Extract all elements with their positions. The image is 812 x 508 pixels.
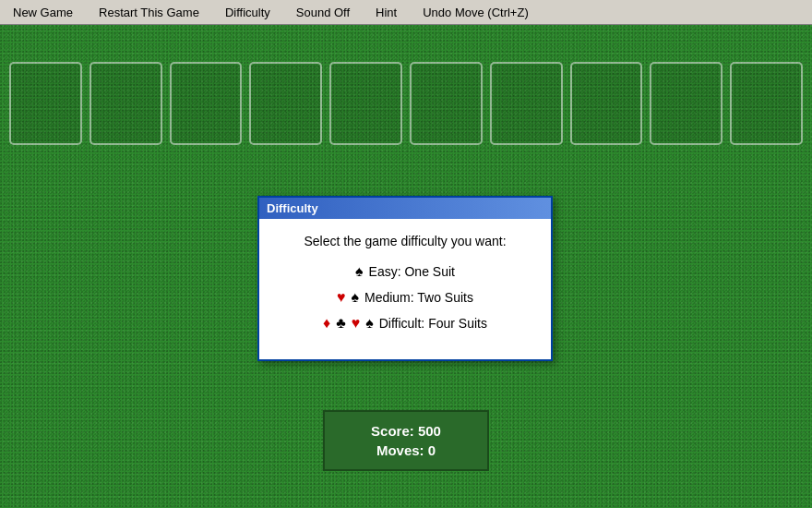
score-panel: Score: 500 Moves: 0 [323,410,489,471]
medium-label: Medium: Two Suits [364,290,473,305]
game-area: Difficulty Select the game difficulty yo… [0,25,812,508]
menu-undo-move[interactable]: Undo Move (Ctrl+Z) [410,2,542,23]
menu-new-game[interactable]: New Game [0,2,86,23]
medium-suit-icon-spade: ♠ [351,289,359,306]
easy-label: Easy: One Suit [369,264,455,279]
difficult-label: Difficult: Four Suits [379,316,487,331]
difficult-suit-icon-spade: ♠ [365,315,374,332]
menu-difficulty[interactable]: Difficulty [212,2,283,23]
difficulty-dialog: Difficulty Select the game difficulty yo… [257,196,553,361]
menubar: New Game Restart This Game Difficulty So… [0,0,812,25]
moves-display: Moves: 0 [340,442,472,458]
dialog-body: Select the game difficulty you want: ♠ E… [259,219,551,359]
medium-suit-icon-heart: ♥ [337,289,346,306]
difficult-suit-icon-club: ♣ [336,315,346,332]
difficult-suit-icon-diamond: ♦ [323,315,330,332]
easy-suit-icon: ♠ [355,263,364,280]
difficult-suit-icon-heart: ♥ [352,315,361,332]
difficulty-medium[interactable]: ♥ ♠ Medium: Two Suits [278,289,532,306]
difficulty-difficult[interactable]: ♦ ♣ ♥ ♠ Difficult: Four Suits [278,315,532,332]
menu-sound-off[interactable]: Sound Off [283,2,363,23]
dialog-prompt: Select the game difficulty you want: [278,234,532,248]
menu-restart-game[interactable]: Restart This Game [86,2,212,23]
menu-hint[interactable]: Hint [363,2,410,23]
score-display: Score: 500 [340,423,472,439]
dialog-title: Difficulty [259,198,551,219]
difficulty-easy[interactable]: ♠ Easy: One Suit [278,263,532,280]
